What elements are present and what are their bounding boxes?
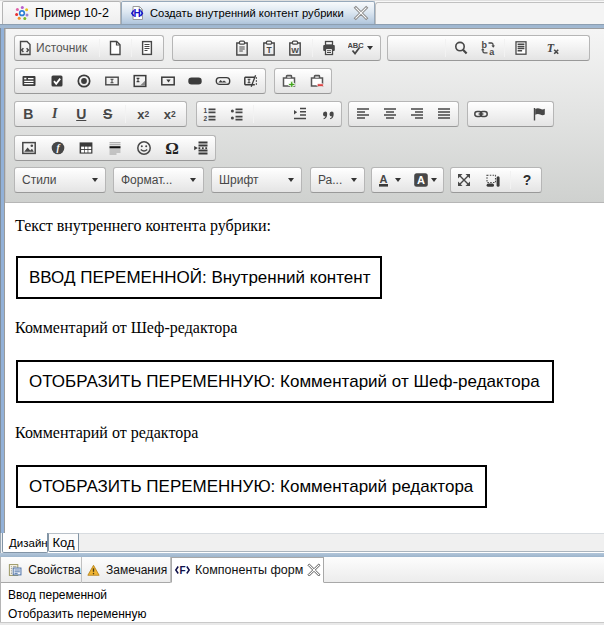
svg-text:F: F [179,565,185,576]
svg-text:H: H [133,8,140,19]
